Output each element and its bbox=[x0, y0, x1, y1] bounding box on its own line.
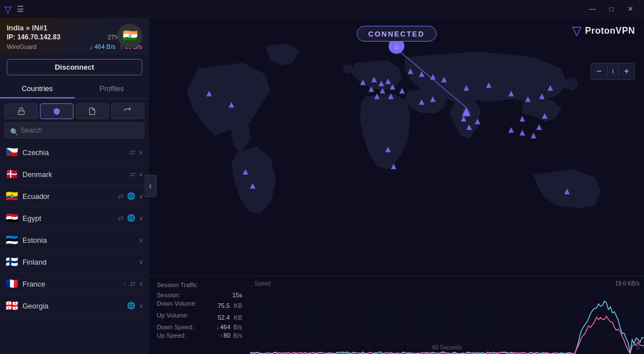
expand-icon[interactable]: ∨ bbox=[139, 237, 143, 244]
country-flag-icon: 🇨🇿 bbox=[6, 146, 18, 158]
country-actions: ⇄ 🌐 ∨ bbox=[118, 192, 143, 200]
expand-icon[interactable]: ∨ bbox=[139, 258, 143, 266]
country-actions: ⇄ ∨ bbox=[130, 170, 143, 178]
country-flag-icon: 🇪🇪 bbox=[6, 234, 18, 246]
tab-countries[interactable]: Countries bbox=[0, 80, 75, 98]
app-logo-icon: ▽ bbox=[4, 4, 11, 15]
reconnect-icon[interactable]: ⇄ bbox=[130, 148, 135, 156]
down-arrow-icon: ↓ bbox=[216, 324, 219, 330]
stats-panel: Session Traffic Session: 15s Down Volume… bbox=[149, 275, 644, 354]
main-layout: India » IN#1 IP: 146.70.142.83 27% Load … bbox=[0, 18, 644, 354]
speed-chart-area: Speed 19.0 KB/s 60 Seconds 0 bbox=[250, 276, 644, 354]
hamburger-menu-icon[interactable]: ☰ bbox=[17, 4, 24, 13]
filter-row bbox=[0, 99, 149, 122]
reconnect-icon[interactable]: ⇄ bbox=[118, 214, 124, 222]
expand-icon[interactable]: ∨ bbox=[139, 193, 143, 200]
list-item[interactable]: 🇨🇿 Czechia ⇄ ∨ bbox=[0, 142, 149, 164]
down-speed-row: Down Speed: ↓ 464 B/s bbox=[157, 324, 242, 330]
zoom-out-button[interactable]: − bbox=[591, 63, 607, 79]
zoom-level: I bbox=[607, 68, 618, 75]
up-volume-label: Up Volume: bbox=[157, 312, 189, 322]
connected-badge: CONNECTED bbox=[356, 26, 436, 42]
maximize-button[interactable]: □ bbox=[602, 0, 620, 18]
country-name: Czechia bbox=[22, 148, 130, 157]
country-flag-icon: 🇪🇬 bbox=[6, 212, 18, 224]
list-item[interactable]: 🇩🇰 Denmark ⇄ ∨ bbox=[0, 164, 149, 185]
world-map: ⌂ bbox=[149, 35, 644, 275]
country-actions: ⇄ 🌐 ∨ bbox=[118, 214, 143, 222]
download-speed: ↓ 464 B/s bbox=[89, 43, 115, 50]
sidebar-collapse-button[interactable]: ‹ bbox=[144, 175, 157, 197]
search-wrapper: 🔍 bbox=[0, 122, 149, 142]
up-speed-label: Up Speed: bbox=[157, 332, 186, 339]
reconnect-icon[interactable]: ⇄ bbox=[118, 192, 124, 200]
map-area: ▽ ProtonVPN − I + CONNECTED bbox=[149, 18, 644, 354]
country-name: Denmark bbox=[22, 170, 130, 179]
svg-text:⌂: ⌂ bbox=[394, 43, 398, 51]
disconnect-button[interactable]: Disconnect bbox=[7, 59, 142, 75]
session-value: 15s bbox=[232, 292, 242, 298]
filter-file-button[interactable] bbox=[76, 103, 109, 119]
globe-icon[interactable]: 🌐 bbox=[127, 302, 135, 310]
proton-logo: ▽ ProtonVPN bbox=[572, 24, 635, 38]
upload-icon[interactable]: ↑ bbox=[123, 280, 126, 288]
expand-icon[interactable]: ∨ bbox=[139, 280, 143, 288]
country-actions: ∨ bbox=[139, 258, 143, 266]
country-list: 🇨🇿 Czechia ⇄ ∨ 🇩🇰 Denmark ⇄ ∨ 🇪🇨 Ecuador bbox=[0, 142, 149, 354]
chart-60s-label: 60 Seconds bbox=[432, 344, 462, 351]
list-item[interactable]: 🇫🇷 France ↑ ⇄ ∨ bbox=[0, 273, 149, 295]
sidebar: India » IN#1 IP: 146.70.142.83 27% Load … bbox=[0, 18, 149, 354]
country-flag-icon: 🇫🇮 bbox=[6, 256, 18, 268]
list-item[interactable]: 🇪🇨 Ecuador ⇄ 🌐 ∨ bbox=[0, 185, 149, 207]
country-name: Estonia bbox=[22, 236, 139, 244]
up-volume-value: 52.4 bbox=[217, 314, 229, 321]
filter-lock-button[interactable] bbox=[4, 103, 38, 119]
session-traffic-title: Session Traffic bbox=[157, 282, 242, 288]
filter-reconnect-button[interactable] bbox=[111, 103, 144, 119]
down-volume-label: Down Volume: bbox=[157, 300, 197, 310]
list-item[interactable]: 🇬🇪 Georgia 🌐 ∨ bbox=[0, 295, 149, 317]
connection-info: India » IN#1 IP: 146.70.142.83 27% Load … bbox=[0, 18, 149, 55]
down-speed-value: 464 bbox=[220, 324, 230, 330]
reconnect-icon[interactable]: ⇄ bbox=[130, 170, 135, 178]
country-actions: 🌐 ∨ bbox=[127, 302, 143, 310]
country-flag-icon: 🇬🇪 bbox=[6, 299, 18, 312]
window-controls: — □ ✕ bbox=[583, 0, 640, 18]
zoom-in-button[interactable]: + bbox=[619, 63, 634, 79]
tab-bar: Countries Profiles bbox=[0, 80, 149, 99]
globe-icon[interactable]: 🌐 bbox=[127, 192, 135, 200]
chart-0-label: 0 bbox=[636, 344, 640, 351]
down-volume-value: 75.5 bbox=[217, 302, 229, 309]
country-name: Georgia bbox=[22, 302, 127, 310]
list-item[interactable]: 🇪🇬 Egypt ⇄ 🌐 ∨ bbox=[0, 207, 149, 229]
up-speed-row: Up Speed: ↑ 80 B/s bbox=[157, 332, 242, 339]
session-label: Session: bbox=[157, 292, 180, 298]
country-actions: ↑ ⇄ ∨ bbox=[123, 280, 143, 288]
expand-icon[interactable]: ∨ bbox=[139, 171, 143, 178]
list-item[interactable]: 🇫🇮 Finland ∨ bbox=[0, 251, 149, 273]
country-flag: 🇮🇳 bbox=[117, 24, 142, 48]
search-input[interactable] bbox=[4, 122, 144, 138]
reconnect-icon[interactable]: ⇄ bbox=[130, 280, 135, 288]
down-speed-unit: B/s bbox=[233, 324, 242, 330]
list-item[interactable]: 🇪🇪 Estonia ∨ bbox=[0, 229, 149, 251]
expand-icon[interactable]: ∨ bbox=[139, 302, 143, 310]
session-row: Session: 15s bbox=[157, 292, 242, 298]
connection-ip: IP: 146.70.142.83 bbox=[7, 33, 60, 41]
up-speed-unit: B/s bbox=[233, 332, 242, 339]
country-flag-icon: 🇫🇷 bbox=[6, 278, 18, 290]
connected-label: CONNECTED bbox=[368, 30, 424, 38]
filter-shield-button[interactable] bbox=[40, 103, 73, 119]
globe-icon[interactable]: 🌐 bbox=[127, 214, 135, 222]
tab-profiles[interactable]: Profiles bbox=[75, 80, 149, 98]
close-button[interactable]: ✕ bbox=[622, 0, 640, 18]
down-volume-unit: KB bbox=[234, 302, 242, 309]
minimize-button[interactable]: — bbox=[583, 0, 601, 18]
speed-chart-canvas bbox=[250, 276, 644, 354]
up-volume-unit: KB bbox=[234, 314, 242, 321]
country-actions: ⇄ ∨ bbox=[130, 148, 143, 156]
proton-logo-icon: ▽ bbox=[572, 24, 582, 38]
stats-left: Session Traffic Session: 15s Down Volume… bbox=[149, 276, 250, 354]
expand-icon[interactable]: ∨ bbox=[139, 149, 143, 156]
expand-icon[interactable]: ∨ bbox=[139, 215, 143, 222]
